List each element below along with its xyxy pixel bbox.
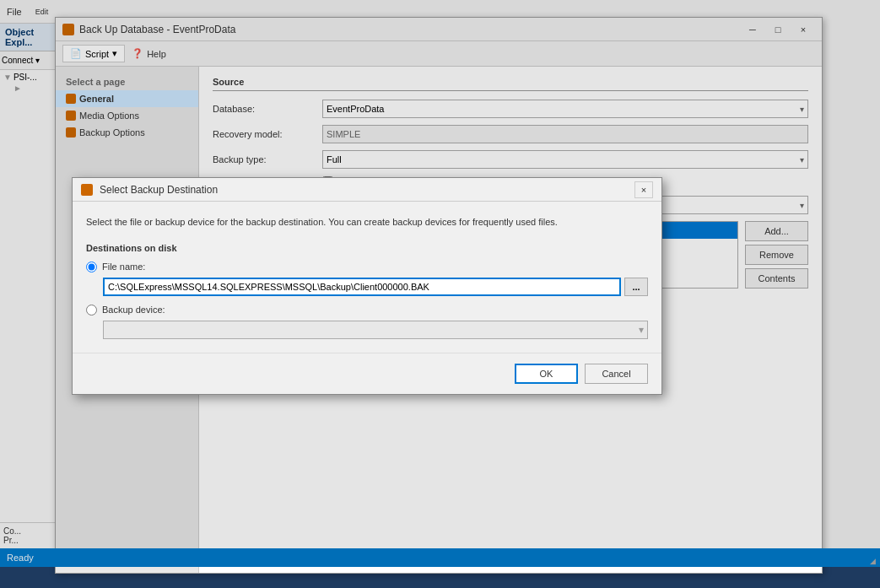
browse-button[interactable]: ... <box>624 278 648 296</box>
file-name-label: File name: <box>102 262 145 272</box>
backup-device-option: Backup device: <box>86 305 648 316</box>
device-arrow-icon: ▾ <box>639 324 644 336</box>
dialog-title-bar: Select Backup Destination × <box>73 178 661 202</box>
device-select: ▾ <box>103 321 648 339</box>
destinations-on-disk-label: Destinations on disk <box>86 243 648 253</box>
device-row: ▾ <box>103 321 648 339</box>
dialog-footer: OK Cancel <box>73 353 661 394</box>
file-name-option: File name: <box>86 262 648 272</box>
dialog-description: Select the file or backup device for the… <box>86 215 648 229</box>
backup-device-radio[interactable] <box>86 305 97 316</box>
cancel-button[interactable]: Cancel <box>585 364 648 384</box>
dialog-title-icon <box>81 184 93 196</box>
ok-button[interactable]: OK <box>515 364 578 384</box>
dialog-body: Select the file or backup device for the… <box>73 202 661 353</box>
dialog-close-button[interactable]: × <box>634 181 653 198</box>
select-backup-destination-dialog: Select Backup Destination × Select the f… <box>72 177 662 395</box>
resize-handle-icon[interactable]: ◢ <box>870 557 878 565</box>
dialog-overlay: Select Backup Destination × Select the f… <box>0 0 880 567</box>
dialog-close-icon: × <box>641 185 646 195</box>
dialog-title: Select Backup Destination <box>100 184 218 196</box>
file-name-radio[interactable] <box>86 262 97 272</box>
main-window: Back Up Database - EventProData ─ □ × 📄 … <box>0 0 880 567</box>
file-path-input[interactable] <box>103 278 621 296</box>
backup-device-label: Backup device: <box>102 305 165 315</box>
file-path-row: ... <box>103 278 648 296</box>
